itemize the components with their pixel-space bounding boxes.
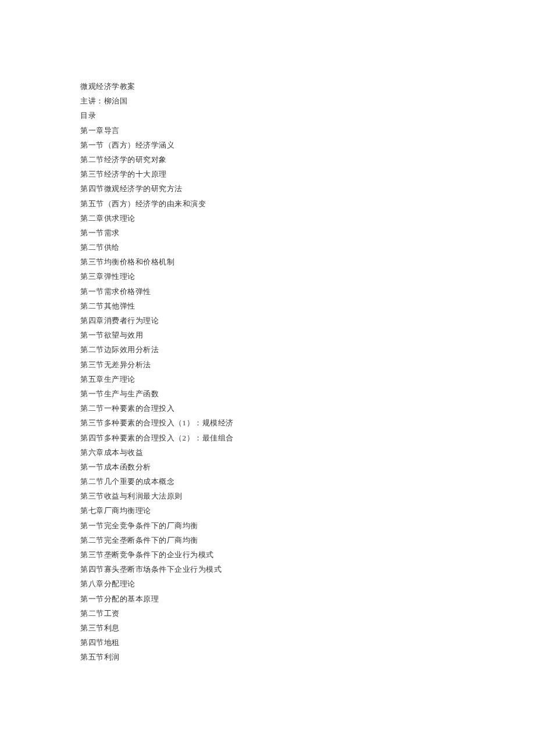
section-heading: 第三节垄断竞争条件下的企业行为模式: [80, 551, 535, 558]
section-heading: 第一节生产与生产函数: [80, 390, 535, 397]
section-heading: 第四节多种要素的合理投入（2）：最佳组合: [80, 434, 535, 442]
section-heading: 第四节地租: [80, 639, 535, 646]
section-heading: 第三节均衡价格和价格机制: [80, 258, 535, 266]
section-heading: 第二节几个重要的成本概念: [80, 478, 535, 485]
section-heading: 第二节完全垄断条件下的厂商均衡: [80, 536, 535, 544]
document-page: 微观经济学教案 主讲：柳治国 目录 第一章导言 第一节（西方）经济学涵义 第二节…: [0, 0, 535, 661]
section-heading: 第五节（西方）经济学的由来和演变: [80, 200, 535, 207]
section-heading: 第二节一种要素的合理投入: [80, 404, 535, 412]
section-heading: 第二节工资: [80, 610, 535, 617]
chapter-heading: 第二章供求理论: [80, 214, 535, 222]
section-heading: 第三节无差异分析法: [80, 361, 535, 368]
section-heading: 第一节（西方）经济学涵义: [80, 141, 535, 149]
toc-heading: 目录: [80, 112, 535, 119]
chapter-heading: 第一章导言: [80, 127, 535, 134]
section-heading: 第三节多种要素的合理投入（1）：规模经济: [80, 419, 535, 427]
chapter-heading: 第三章弹性理论: [80, 273, 535, 280]
section-heading: 第二节其他弹性: [80, 302, 535, 310]
lecturer-line: 主讲：柳治国: [80, 97, 535, 105]
chapter-heading: 第六章成本与收益: [80, 449, 535, 456]
section-heading: 第一节需求价格弹性: [80, 288, 535, 295]
chapter-heading: 第八章分配理论: [80, 580, 535, 587]
section-heading: 第四节寡头垄断市场条件下企业行为模式: [80, 565, 535, 573]
section-heading: 第二节经济学的研究对象: [80, 156, 535, 163]
section-heading: 第一节需求: [80, 229, 535, 237]
section-heading: 第五节利润: [80, 653, 535, 661]
section-heading: 第四节微观经济学的研究方法: [80, 185, 535, 192]
section-heading: 第二节供给: [80, 243, 535, 251]
section-heading: 第一节完全竞争条件下的厂商均衡: [80, 522, 535, 529]
section-heading: 第三节经济学的十大原理: [80, 170, 535, 178]
section-heading: 第一节分配的基本原理: [80, 595, 535, 603]
chapter-heading: 第四章消费者行为理论: [80, 317, 535, 324]
section-heading: 第一节成本函数分析: [80, 463, 535, 471]
section-heading: 第一节欲望与效用: [80, 331, 535, 339]
chapter-heading: 第五章生产理论: [80, 375, 535, 383]
section-heading: 第三节收益与利润最大法原则: [80, 492, 535, 500]
doc-title: 微观经济学教案: [80, 83, 535, 90]
section-heading: 第二节边际效用分析法: [80, 346, 535, 353]
section-heading: 第三节利息: [80, 624, 535, 632]
chapter-heading: 第七章厂商均衡理论: [80, 507, 535, 514]
